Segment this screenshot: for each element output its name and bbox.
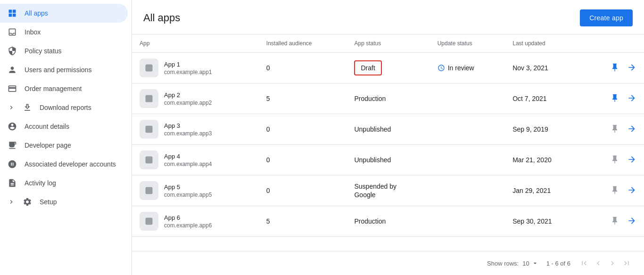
sidebar-item-associated-developer[interactable]: Associated developer accounts — [0, 155, 128, 174]
app-sub-5: com.example.app6 — [164, 222, 212, 229]
sidebar-item-account-details[interactable]: Account details — [0, 117, 128, 136]
pin-icon-3[interactable] — [610, 155, 619, 166]
arrow-icon-1[interactable] — [627, 93, 636, 104]
table-row: App 3 com.example.app3 0UnpublishedSep 9… — [132, 114, 644, 145]
update-status-cell-4 — [430, 175, 505, 206]
credit-card-icon — [8, 84, 17, 93]
col-last-updated: Last updated — [505, 34, 584, 53]
pin-icon-0[interactable] — [610, 63, 619, 74]
last-updated-cell-1: Oct 7, 2021 — [505, 83, 584, 114]
status-draft-0: Draft — [354, 60, 381, 75]
arrow-icon-5[interactable] — [627, 216, 636, 227]
sidebar: All apps Inbox Policy status Users and p… — [0, 0, 132, 275]
pag-first-button[interactable] — [578, 257, 590, 269]
rows-select[interactable]: 10 — [522, 259, 538, 267]
arrow-icon-0[interactable] — [627, 63, 636, 74]
app-status-cell-5: Production — [347, 206, 429, 237]
in-review-0: In review — [438, 64, 498, 72]
gear-icon — [23, 197, 32, 207]
pin-icon-2[interactable] — [610, 124, 619, 135]
app-name-4: App 5 — [164, 183, 212, 192]
sidebar-item-policy-status[interactable]: Policy status — [0, 42, 128, 60]
arrow-icon-2[interactable] — [627, 124, 636, 135]
sidebar-item-all-apps[interactable]: All apps — [0, 4, 128, 23]
pin-icon-1[interactable] — [610, 93, 619, 104]
last-updated-cell-2: Sep 9, 2019 — [505, 114, 584, 145]
sidebar-item-setup[interactable]: Setup — [0, 192, 128, 211]
sidebar-item-users-permissions[interactable]: Users and permissions — [0, 60, 128, 79]
installed-cell-1: 5 — [259, 83, 347, 114]
actions-cell-0 — [584, 53, 644, 83]
app-cell-5: App 6 com.example.app6 — [132, 206, 259, 237]
update-status-cell-0: In review — [430, 53, 505, 83]
app-cell-1: App 2 com.example.app2 — [132, 83, 259, 114]
app-icon-3 — [140, 150, 158, 169]
installed-cell-0: 0 — [259, 53, 347, 83]
app-icon-0 — [140, 58, 158, 77]
sidebar-label-all-apps: All apps — [25, 9, 120, 17]
svg-rect-5 — [146, 218, 153, 225]
status-3: Unpublished — [354, 156, 391, 164]
sidebar-item-inbox[interactable]: Inbox — [0, 23, 128, 42]
svg-rect-4 — [146, 187, 153, 194]
actions-cell-1 — [584, 83, 644, 114]
sidebar-label-activity: Activity log — [25, 179, 120, 187]
pin-icon-4[interactable] — [610, 185, 619, 196]
pag-next-button[interactable] — [606, 257, 619, 269]
pag-last-button[interactable] — [620, 257, 633, 269]
app-name-3: App 4 — [164, 152, 212, 161]
sidebar-item-order-management[interactable]: Order management — [0, 79, 128, 98]
status-5: Production — [354, 217, 386, 225]
chevron-right-icon — [8, 104, 15, 111]
app-cell-0: App 1 com.example.app1 — [132, 53, 259, 83]
developer-icon — [8, 141, 17, 150]
update-status-cell-3 — [430, 145, 505, 175]
create-app-button[interactable]: Create app — [580, 9, 633, 26]
pin-icon-5[interactable] — [610, 216, 619, 227]
app-sub-4: com.example.app5 — [164, 192, 212, 198]
app-cell-4: App 5 com.example.app5 — [132, 175, 259, 206]
svg-rect-1 — [146, 95, 153, 102]
status-suspended-4: Suspended byGoogle — [354, 183, 396, 199]
grid-icon — [8, 8, 17, 18]
app-icon-1 — [140, 89, 158, 108]
svg-rect-0 — [146, 65, 153, 72]
associated-icon — [8, 159, 17, 169]
table-row: App 4 com.example.app4 0UnpublishedMar 2… — [132, 145, 644, 175]
shield-icon — [8, 46, 17, 56]
sidebar-label-account: Account details — [25, 123, 120, 130]
col-app-status: App status — [347, 34, 429, 53]
col-installed: Installed audience — [259, 34, 347, 53]
pagination-buttons — [578, 257, 633, 269]
chevron-right-icon-setup — [8, 198, 15, 206]
app-name-2: App 3 — [164, 122, 212, 130]
app-sub-2: com.example.app3 — [164, 130, 212, 137]
app-name-5: App 6 — [164, 214, 212, 222]
col-update-status: Update status — [430, 34, 505, 53]
installed-cell-2: 0 — [259, 114, 347, 145]
last-updated-cell-4: Jan 29, 2021 — [505, 175, 584, 206]
download-icon — [23, 103, 32, 112]
sidebar-item-download-reports[interactable]: Download reports — [0, 98, 128, 117]
installed-cell-3: 0 — [259, 145, 347, 175]
app-icon-4 — [140, 181, 158, 200]
update-status-cell-5 — [430, 206, 505, 237]
status-1: Production — [354, 95, 386, 102]
account-circle-icon — [8, 122, 17, 131]
sidebar-label-developer: Developer page — [25, 142, 120, 149]
arrow-icon-3[interactable] — [627, 155, 636, 166]
svg-rect-3 — [146, 157, 153, 164]
app-sub-1: com.example.app2 — [164, 100, 212, 106]
apps-table: App Installed audience App status Update… — [132, 34, 644, 237]
app-status-cell-4: Suspended byGoogle — [347, 175, 429, 206]
app-sub-3: com.example.app4 — [164, 161, 212, 167]
sidebar-label-users: Users and permissions — [25, 66, 120, 74]
sidebar-item-developer-page[interactable]: Developer page — [0, 136, 128, 155]
pag-prev-button[interactable] — [592, 257, 604, 269]
arrow-icon-4[interactable] — [627, 185, 636, 196]
update-status-cell-1 — [430, 83, 505, 114]
status-2: Unpublished — [354, 125, 391, 133]
table-row: App 6 com.example.app6 5ProductionSep 30… — [132, 206, 644, 237]
col-actions — [584, 34, 644, 53]
sidebar-item-activity-log[interactable]: Activity log — [0, 174, 128, 192]
